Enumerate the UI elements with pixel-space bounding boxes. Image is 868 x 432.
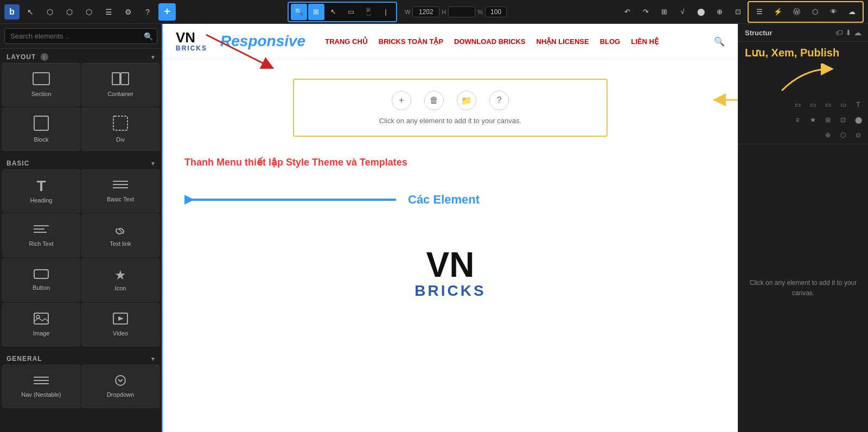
undo-icon[interactable]: ↶ <box>618 3 636 21</box>
add-trash-icon[interactable]: 🗑 <box>424 91 444 110</box>
rp-sidebar-icon-12[interactable]: ⬡ <box>837 129 850 142</box>
shape-tool[interactable]: ⬡ <box>41 3 59 21</box>
svg-point-20 <box>116 376 125 385</box>
canvas-inner[interactable]: VN BRICKS Responsive TRANG CHỦ BRICKS TO… <box>163 24 738 432</box>
block-element[interactable]: Block <box>2 107 80 151</box>
general-elements-grid: Nav (Nestable) Dropdown <box>0 365 162 408</box>
basic-text-element[interactable]: Basic Text <box>81 169 159 213</box>
red-annotation-section: Thanh Menu thiết lập Style Theme và Temp… <box>163 156 738 179</box>
layers-icon[interactable]: ☰ <box>751 3 768 21</box>
general-section-header[interactable]: GENERAL ▾ <box>0 351 162 365</box>
cloud-icon[interactable]: ☁ <box>843 3 860 21</box>
mobile-breakpoint[interactable]: 📱 <box>360 4 376 20</box>
video-element[interactable]: Video <box>81 303 159 346</box>
footer-logo-vn: VN <box>426 247 475 282</box>
math-icon[interactable]: √ <box>674 3 691 21</box>
settings-tool[interactable]: ⚙ <box>119 3 137 21</box>
flask-icon[interactable]: ⊕ <box>711 3 728 21</box>
cloud-icon-right[interactable]: ☁ <box>854 28 861 37</box>
icon-label: Icon <box>115 285 126 291</box>
rp-sidebar-icon-5[interactable]: T <box>852 98 865 111</box>
desktop-breakpoint[interactable]: ⊞ <box>308 4 324 20</box>
site-search-icon[interactable]: 🔍 <box>714 36 725 47</box>
add-folder-icon[interactable]: 📁 <box>457 91 476 110</box>
button-element[interactable]: Button <box>2 258 80 302</box>
save-tool[interactable]: ⬡ <box>80 3 98 21</box>
image-element[interactable]: Image <box>2 303 80 346</box>
search-input[interactable] <box>4 28 157 44</box>
revisions-icon[interactable]: ⊞ <box>655 3 673 21</box>
svg-rect-0 <box>33 73 49 85</box>
right-panel-header: Structur 🏷 ⬇ ☁ <box>738 24 868 42</box>
heading-element[interactable]: T Heading <box>2 169 80 213</box>
globe-icon[interactable]: ⬤ <box>692 3 710 21</box>
rp-sidebar-icon-11[interactable]: ⊕ <box>821 129 834 142</box>
zoom-input[interactable] <box>485 7 507 17</box>
search-breakpoint[interactable]: 🔍 <box>291 4 307 20</box>
div-element[interactable]: Div <box>81 107 159 151</box>
rp-sidebar-icon-4[interactable]: ▭ <box>837 98 850 111</box>
download-icon[interactable]: ⬇ <box>845 28 852 37</box>
rp-sidebar-icon-6[interactable]: ≡ <box>791 113 804 126</box>
help-tool[interactable]: ? <box>139 3 156 21</box>
rp-sidebar-icon-10[interactable]: ⬤ <box>852 113 865 126</box>
toolbar-left: b ↖ ⬡ ⬡ ⬡ ☰ ⚙ ? + <box>0 3 180 21</box>
nav-blog[interactable]: BLOG <box>600 37 621 46</box>
rp-sidebar-icon-3[interactable]: ▭ <box>821 98 834 111</box>
brand-icon[interactable]: b <box>4 4 20 20</box>
right-panel: Structur 🏷 ⬇ ☁ Lưu, Xem, Publish ▭ ▭ ▭ ▭… <box>738 24 868 432</box>
video-label: Video <box>113 330 128 336</box>
grid2-icon[interactable]: ⊡ <box>729 3 746 21</box>
rp-sidebar-icon-8[interactable]: ⊞ <box>821 113 834 126</box>
tablet-breakpoint[interactable]: ▭ <box>343 4 359 20</box>
basic-collapse-icon[interactable]: ▾ <box>151 160 155 167</box>
cursor-breakpoint[interactable]: ↖ <box>326 4 342 20</box>
rp-sidebar-icon-1[interactable]: ▭ <box>791 98 804 111</box>
add-element-box[interactable]: + 🗑 📁 ? Click on any element to add it t… <box>293 79 608 137</box>
nav-element[interactable]: Nav (Nestable) <box>2 365 80 408</box>
layout-section-header[interactable]: LAYOUT i ▾ <box>0 49 162 63</box>
layout-collapse-icon[interactable]: ▾ <box>151 54 155 61</box>
text-link-element[interactable]: Text link <box>81 214 159 257</box>
container-icon <box>112 72 129 87</box>
red-annotation-text: Thanh Menu thiết lập Style Theme và Temp… <box>184 156 716 168</box>
layout-arrow-svg <box>711 89 738 111</box>
search-icon[interactable]: 🔍 <box>144 32 153 41</box>
external-icon[interactable]: ⬡ <box>806 3 824 21</box>
add-plus-icon[interactable]: + <box>392 91 411 110</box>
preview-icon[interactable]: 👁 <box>825 3 842 21</box>
grid-tool[interactable]: ☰ <box>100 3 117 21</box>
nav-trang-chu[interactable]: TRANG CHỦ <box>325 37 368 46</box>
nav-label: Nav (Nestable) <box>21 391 61 398</box>
rich-text-element[interactable]: Rich Text <box>2 214 80 257</box>
rp-sidebar-icon-13[interactable]: ⊙ <box>852 129 865 142</box>
publish-arrow-svg <box>738 63 847 96</box>
layout-info-icon: i <box>41 53 48 61</box>
svg-rect-1 <box>112 73 120 85</box>
cursor-tool[interactable]: ↖ <box>22 3 39 21</box>
rp-sidebar-icon-9[interactable]: ⊡ <box>837 113 850 126</box>
basic-section-header[interactable]: BASIC ▾ <box>0 155 162 169</box>
svg-rect-3 <box>34 116 48 130</box>
section-element[interactable]: Section <box>2 63 80 106</box>
nav-bricks[interactable]: BRICKS TOÀN TẬP <box>379 37 443 46</box>
general-collapse-icon[interactable]: ▾ <box>151 355 155 363</box>
width-input[interactable] <box>412 7 439 17</box>
rp-sidebar-icon-2[interactable]: ▭ <box>806 98 819 111</box>
tag-icon[interactable]: 🏷 <box>835 28 843 37</box>
ruler-breakpoint[interactable]: | <box>378 4 394 20</box>
power-icon[interactable]: ⚡ <box>769 3 787 21</box>
container-element[interactable]: Container <box>81 63 159 106</box>
rp-sidebar-icon-7[interactable]: ★ <box>806 113 819 126</box>
nav-download[interactable]: DOWNLOAD BRICKS <box>454 37 525 46</box>
icon-element[interactable]: ★ Icon <box>81 258 159 302</box>
nav-license[interactable]: NHẬN LICENSE <box>537 37 589 46</box>
template-tool[interactable]: ⬡ <box>61 3 78 21</box>
wordpress-icon[interactable]: Ⓦ <box>788 3 805 21</box>
redo-icon[interactable]: ↷ <box>637 3 654 21</box>
height-input[interactable] <box>448 7 475 17</box>
add-info-icon[interactable]: ? <box>489 91 509 110</box>
add-element-tool[interactable]: + <box>158 3 176 21</box>
nav-lien-he[interactable]: LIÊN HỆ <box>631 37 659 46</box>
dropdown-element[interactable]: Dropdown <box>81 365 159 408</box>
